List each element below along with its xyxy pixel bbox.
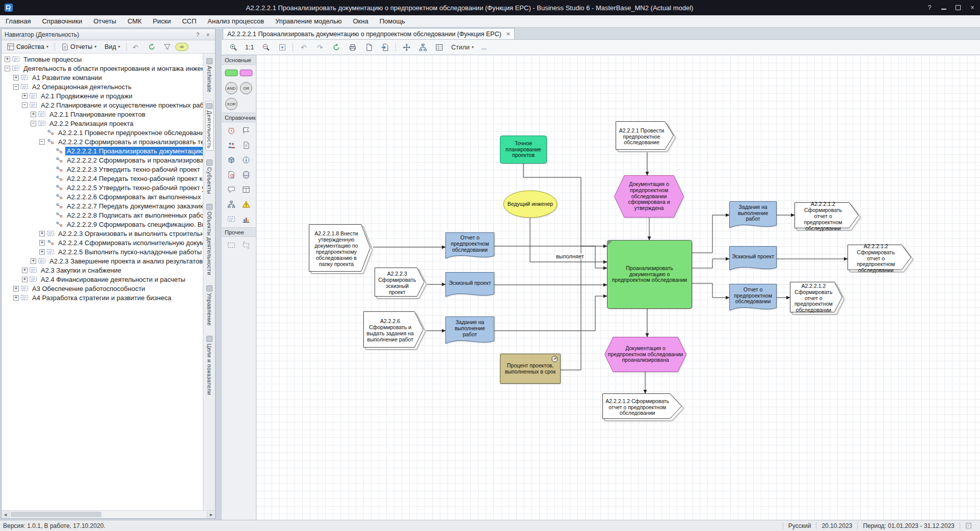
tree-item[interactable]: +А3 Обеспечение работоспособности (2, 284, 203, 293)
ref-folder[interactable] (224, 214, 239, 225)
tree-item[interactable]: +А2.1 Продвижение и продажи (2, 91, 203, 100)
reports-button[interactable]: Отчеты ▾ (58, 42, 100, 52)
expand-icon[interactable]: + (22, 277, 28, 282)
ref-subjects[interactable] (224, 140, 239, 151)
menu-item-6[interactable]: Анализ процессов (202, 15, 270, 27)
styles-button[interactable]: Стили▾ (448, 42, 476, 52)
node-if-right-2[interactable]: А2.2.2.1.2 Сформировать отчет о предпрое… (847, 245, 914, 273)
menu-item-9[interactable]: Помощь (374, 15, 411, 27)
zoom-out-button[interactable] (258, 41, 273, 53)
expand-icon[interactable]: + (22, 268, 28, 273)
help-icon[interactable]: ? (194, 31, 202, 39)
tree-item[interactable]: А2.2.2.2.7 Передать документацию заказчи… (2, 201, 203, 210)
side-tab-1[interactable]: Деятельность (205, 101, 214, 150)
gate-or[interactable]: OR (240, 82, 252, 94)
close-icon[interactable]: × (969, 4, 976, 11)
tree-item[interactable]: +А2.4 Финансирование деятельности и расч… (2, 275, 203, 284)
maximize-icon[interactable] (956, 5, 961, 10)
side-tab-5[interactable]: Цели и показатели (206, 334, 213, 396)
collapse-icon[interactable]: − (31, 121, 36, 126)
expand-icon[interactable]: + (39, 231, 45, 236)
expand-icon[interactable]: + (13, 75, 19, 81)
tree-item[interactable]: +А2.2.2.5 Выполнить пуско-наладочные раб… (2, 247, 203, 256)
date-indicator[interactable]: 20.10.2023 (816, 522, 857, 529)
view-button[interactable]: Вид ▾ (101, 42, 124, 52)
ref-process[interactable] (224, 199, 239, 210)
shape-function[interactable] (224, 67, 239, 78)
help-icon[interactable]: ? (926, 4, 933, 11)
ref-window[interactable] (239, 184, 253, 195)
scrollbar-track[interactable] (10, 511, 207, 518)
tree-item[interactable]: А2.2.2.2.8 Подписать акт выполненных раб… (2, 210, 203, 220)
node-ev-top[interactable]: Документация о предпроектном обследовани… (614, 175, 684, 218)
connector[interactable] (692, 283, 729, 298)
refresh-button[interactable] (329, 41, 343, 53)
tree-item[interactable]: +А2.2.3 Завершение проекта и анализ резу… (2, 256, 203, 266)
ref-database[interactable] (239, 169, 253, 180)
scrollbar-thumb[interactable] (11, 512, 101, 517)
node-doc-right-1[interactable]: Задания на выполнение работ (729, 201, 777, 229)
menu-item-5[interactable]: ССП (176, 15, 202, 27)
zoom-100-button[interactable]: 1:1 (242, 42, 257, 52)
fit-to-screen-button[interactable] (275, 41, 289, 53)
connector[interactable] (692, 215, 729, 253)
minimize-icon[interactable] (941, 6, 946, 10)
node-if-bottom[interactable]: А2.2.2.1.2 Сформировать отчет о предпрое… (602, 393, 684, 421)
tree-item[interactable]: А2.2.2.2.1 Проанализировать документацию… (2, 146, 203, 155)
expand-icon[interactable]: + (13, 295, 19, 301)
hierarchy-button[interactable] (415, 41, 430, 53)
ref-risk[interactable] (239, 199, 253, 210)
node-if-top[interactable]: А2.2.2.1 Провести предпроектное обследов… (616, 121, 676, 152)
ref-indicator[interactable] (239, 214, 253, 225)
side-tab-3[interactable]: Объекты деятельности (206, 202, 213, 277)
menu-item-0[interactable]: Главная (0, 15, 36, 27)
expand-icon[interactable]: + (31, 112, 36, 117)
menu-item-3[interactable]: СМК (122, 15, 147, 27)
notes-icon[interactable] (960, 522, 977, 529)
expand-icon[interactable]: + (39, 249, 45, 255)
scroll-left-icon[interactable]: ◄ (2, 511, 10, 518)
menu-item-8[interactable]: Окна (347, 15, 374, 27)
refresh-button[interactable] (145, 42, 159, 52)
ref-object[interactable] (224, 154, 239, 166)
node-doc-left-3[interactable]: Задания на выполнение работ (445, 316, 494, 345)
misc-frame[interactable] (224, 240, 239, 251)
tree-item[interactable]: А2.2.2.2.4 Передать техно-рабочий проект… (2, 174, 203, 183)
shape-event[interactable] (239, 67, 253, 78)
node-if-left-3[interactable]: А2.2.2.6 Сформировать и выдать задания н… (363, 311, 426, 350)
tree-item[interactable]: +А2.2.2.4 Сформировать исполнительную до… (2, 238, 203, 247)
tree-item[interactable]: +А2.2.1 Планирование проектов (2, 110, 203, 119)
misc-region[interactable] (239, 240, 253, 251)
tree-item[interactable]: −Деятельность в области проектирования и… (2, 64, 203, 73)
collapse-icon[interactable]: − (39, 139, 45, 145)
pan-button[interactable] (399, 41, 414, 53)
tree-item[interactable]: А2.2.2.2.6 Сформировать акт выполненных … (2, 192, 203, 201)
filter-button[interactable] (160, 42, 174, 52)
tree-item[interactable]: −А2 Операционная деятельность (2, 82, 203, 91)
node-kpi-on-time[interactable]: Процент проектов, выполненных в срок (500, 354, 561, 384)
tree-item[interactable]: +А1 Развитие компании (2, 73, 203, 82)
node-if-left-2[interactable]: А2.2.2.3 Сформировать эскизный проект (375, 268, 427, 299)
node-if-right-3[interactable]: А2.2.2.1.2 Сформировать отчет о предпрое… (790, 282, 845, 315)
menu-item-2[interactable]: Отчеты (88, 15, 122, 27)
export-page-button[interactable] (361, 41, 376, 53)
zoom-in-button[interactable] (226, 41, 241, 53)
ref-document[interactable] (239, 140, 253, 151)
more-button[interactable]: ... (478, 42, 489, 52)
menu-item-1[interactable]: Справочники (36, 15, 88, 27)
grid-button[interactable] (432, 41, 446, 53)
print-button[interactable] (345, 41, 360, 53)
close-icon[interactable]: × (204, 31, 212, 39)
diagram-tab[interactable]: А2.2.2.2.1 Проанализировать документацию… (223, 28, 515, 39)
page-setup-button[interactable] (378, 41, 392, 53)
language-indicator[interactable]: Русский (783, 522, 816, 529)
tree-item[interactable]: А2.2.2.2.3 Утвердить техно-рабочий проек… (2, 165, 203, 174)
tree-item[interactable]: А2.2.2.2.5 Утвердить техно-рабочий проек… (2, 183, 203, 192)
gate-and[interactable]: AND (225, 82, 237, 94)
tree-item[interactable]: А2.2.2.2.2 Сформировать и проанализирова… (2, 155, 203, 165)
collapse-icon[interactable]: − (5, 66, 10, 71)
connector[interactable] (692, 259, 729, 268)
palette-section-title[interactable]: Справочники (222, 113, 256, 122)
connector[interactable] (494, 296, 607, 331)
node-if-right-1[interactable]: А2.2.2.1.2 Сформировать отчет о предпрое… (794, 202, 861, 231)
